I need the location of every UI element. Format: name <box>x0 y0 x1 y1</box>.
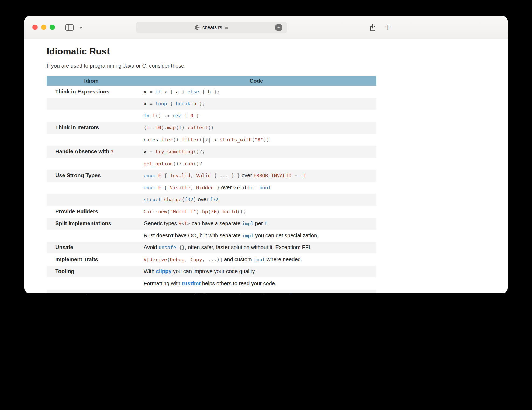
code-token: Formatting with <box>144 280 182 286</box>
table-row: UnsafeAvoid unsafe {}, often safer, fast… <box>47 242 376 254</box>
code-cell: #[derive(Debug, Copy, ...)] and custom i… <box>136 253 376 266</box>
close-window-button[interactable] <box>32 25 38 30</box>
code-token: visible <box>233 185 254 190</box>
code-token: struct <box>144 197 161 202</box>
code-token: { ... } } <box>211 173 240 178</box>
inline-link[interactable]: rustfmt <box>182 280 201 286</box>
code-token: , <box>190 185 196 190</box>
code-token: } <box>214 185 220 190</box>
code-token: () -> <box>155 113 173 119</box>
table-head: Idiom Code <box>47 76 376 86</box>
code-token: ()?; <box>193 149 205 154</box>
code-token: , ...)] <box>202 257 223 262</box>
table-row: Think in Expressionsx = if x { a } else … <box>47 86 376 98</box>
code-token: ( <box>167 209 170 214</box>
idiom-cell <box>47 230 136 242</box>
code-token: x <box>161 89 170 95</box>
code-token: you can get specialization. <box>254 232 319 238</box>
code-token: impl <box>242 221 254 226</box>
page-menu-icon[interactable] <box>275 24 282 31</box>
table-row: Rust doesn't have OO, but with separate … <box>47 230 376 242</box>
minimize-window-button[interactable] <box>41 25 46 30</box>
code-token: Handle Absence with <box>55 148 111 154</box>
code-token: S <box>178 221 181 226</box>
code-token: Split Implementations <box>55 220 111 226</box>
code-token: where needed. <box>265 256 302 262</box>
code-token: ( <box>182 197 185 202</box>
address-bar[interactable]: cheats.rs <box>136 22 287 33</box>
chevron-down-icon[interactable] <box>79 26 83 29</box>
code-token: #[derive <box>144 257 167 262</box>
code-token: )) <box>263 137 269 143</box>
code-token: , <box>185 257 191 262</box>
code-cell: With clippy you can improve your code qu… <box>136 266 376 278</box>
code-token: : <box>254 185 260 190</box>
code-token: b <box>208 89 211 95</box>
table-body: Think in Expressionsx = if x { a } else … <box>47 86 376 293</box>
code-token: build <box>223 209 237 214</box>
code-token: x <box>144 149 147 154</box>
code-token: E <box>158 185 161 190</box>
table-row: x = loop { break 5 }; <box>47 98 376 110</box>
code-token: starts_with <box>220 137 252 143</box>
code-cell: get_option()?.run()? <box>136 158 376 170</box>
code-token: (). <box>173 137 182 143</box>
idiom-cell: Implement Traits <box>47 253 136 266</box>
code-token <box>150 113 153 119</box>
code-token: Annotate your APIs with doc comments tha… <box>144 292 289 293</box>
code-token: u32 <box>173 113 182 119</box>
code-token: ( <box>167 257 170 262</box>
code-token: ( <box>144 125 147 130</box>
table-row: enum E { Visible, Hidden } over visible:… <box>47 182 376 194</box>
code-token: else <box>188 89 199 95</box>
idiom-cell <box>47 98 136 110</box>
code-token: } <box>182 89 188 95</box>
table-row: Use Strong Typesenum E { Invalid, Valid … <box>47 170 376 182</box>
code-token: Implement Traits <box>55 256 98 262</box>
code-token: Think in Iterators <box>55 124 99 130</box>
code-token: a <box>173 89 182 95</box>
code-token: 0 <box>190 113 193 119</box>
idiom-cell: Handle Absence with ? <box>47 146 136 158</box>
inline-link[interactable]: docs.rs <box>289 292 308 293</box>
code-token: per <box>254 220 264 226</box>
table-row: Formatting with rustfmt helps others to … <box>47 277 376 290</box>
table-row: ToolingWith clippy you can improve your … <box>47 266 376 278</box>
lock-icon <box>224 25 229 30</box>
code-token: , often safer, faster solution without i… <box>185 244 312 250</box>
inline-link[interactable]: clippy <box>156 268 172 274</box>
new-tab-icon[interactable]: + <box>384 23 392 32</box>
code-token: and custom <box>223 256 254 262</box>
code-token: Think in Expressions <box>55 89 109 95</box>
code-token: Invalid <box>170 173 191 178</box>
table-row: fn f() -> u32 { 0 } <box>47 110 376 122</box>
code-token: Visible <box>170 185 191 190</box>
idiom-cell: Use Strong Types <box>47 170 136 182</box>
code-token: impl <box>242 233 254 238</box>
table-row: Implement Traits#[derive(Debug, Copy, ..… <box>47 253 376 266</box>
address-text: cheats.rs <box>202 25 222 30</box>
code-token: () <box>208 125 214 130</box>
code-token: :: <box>153 209 158 214</box>
code-token: Unsafe <box>55 244 73 250</box>
code-token: ( <box>176 125 179 130</box>
table-row: Think in Iterators(1..10).map(f).collect… <box>47 122 376 134</box>
zoom-window-button[interactable] <box>50 25 55 30</box>
code-token: Generic types <box>144 220 178 226</box>
sidebar-toggle-icon[interactable] <box>65 24 74 31</box>
code-token: { <box>167 101 176 106</box>
code-token: .. <box>150 125 156 130</box>
idiom-cell: Tooling <box>47 266 136 278</box>
code-token: . <box>308 292 309 293</box>
table-row: Handle Absence with ?x = try_something()… <box>47 146 376 158</box>
code-token: Rust doesn't have OO, but with separate <box>144 232 242 238</box>
code-token: "Model T" <box>170 209 196 214</box>
idiom-cell: Think in Expressions <box>47 86 136 98</box>
code-token: run <box>185 161 194 166</box>
code-token: ? <box>111 149 114 154</box>
code-cell: Avoid unsafe {}, often safer, faster sol… <box>136 242 376 254</box>
share-icon[interactable] <box>369 23 377 32</box>
browser-window: cheats.rs + Idiomatic Rust If you are us… <box>24 16 508 293</box>
code-token: 20 <box>211 209 217 214</box>
code-token: Car <box>144 209 153 214</box>
